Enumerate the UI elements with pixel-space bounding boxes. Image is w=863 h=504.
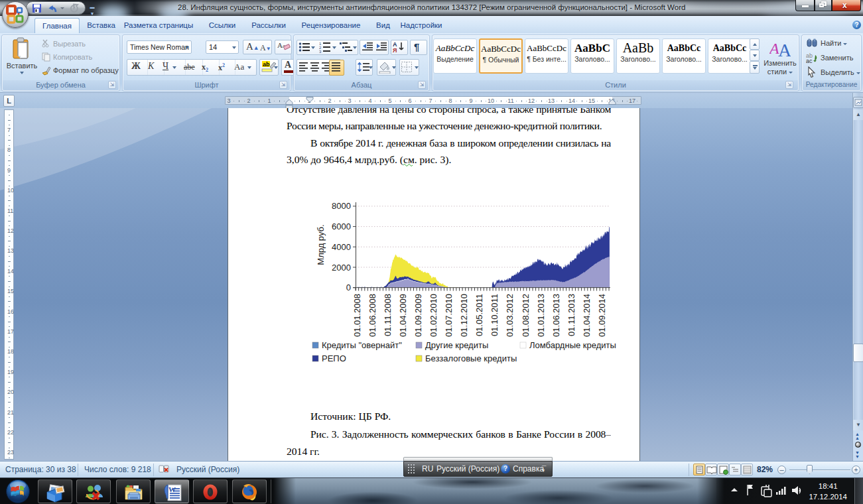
svg-text:W: W bbox=[168, 485, 176, 493]
svg-text:01.09.2009: 01.09.2009 bbox=[413, 294, 423, 337]
svg-text:01.03.2012: 01.03.2012 bbox=[505, 294, 515, 337]
svg-text:01.06.2008: 01.06.2008 bbox=[367, 294, 377, 337]
svg-text:ac: ac bbox=[806, 58, 813, 63]
svg-text:01.04.2009: 01.04.2009 bbox=[398, 294, 408, 337]
svg-text:РЕПО: РЕПО bbox=[322, 353, 346, 363]
svg-text:01.02.2010: 01.02.2010 bbox=[429, 294, 438, 337]
svg-text:ab: ab bbox=[263, 61, 270, 68]
svg-text:4000: 4000 bbox=[332, 242, 351, 252]
svg-text:Другие кредиты: Другие кредиты bbox=[425, 340, 488, 350]
svg-text:01.10.2011: 01.10.2011 bbox=[490, 294, 499, 336]
svg-text:01.04.2014: 01.04.2014 bbox=[582, 294, 592, 337]
svg-text:6000: 6000 bbox=[332, 221, 351, 231]
svg-text:01.09.2014: 01.09.2014 bbox=[597, 294, 607, 337]
svg-text:01.12.2010: 01.12.2010 bbox=[459, 294, 469, 337]
svg-text:Я: Я bbox=[393, 47, 397, 53]
svg-text:01.11.2013: 01.11.2013 bbox=[566, 294, 576, 336]
svg-text:Кредиты "овернайт": Кредиты "овернайт" bbox=[322, 340, 402, 350]
svg-text:01.01.2008: 01.01.2008 bbox=[352, 294, 362, 337]
svg-text:01.07.2010: 01.07.2010 bbox=[444, 294, 454, 337]
svg-text:Млрд руб.: Млрд руб. bbox=[316, 224, 326, 265]
svg-text:2000: 2000 bbox=[332, 263, 351, 273]
svg-text:01.11.2008: 01.11.2008 bbox=[383, 294, 393, 336]
svg-text:01.08.2012: 01.08.2012 bbox=[521, 294, 531, 337]
svg-text:01.05.2011: 01.05.2011 bbox=[474, 294, 484, 336]
svg-text:A: A bbox=[778, 40, 791, 58]
svg-text:Беззалоговые кредиты: Беззалоговые кредиты bbox=[425, 353, 517, 363]
svg-text:Ломбардные кредиты: Ломбардные кредиты bbox=[529, 340, 616, 350]
svg-text:8000: 8000 bbox=[332, 201, 351, 211]
svg-text:0: 0 bbox=[346, 283, 351, 292]
svg-text:01.06.2013: 01.06.2013 bbox=[551, 294, 561, 337]
svg-text:3: 3 bbox=[319, 50, 322, 53]
svg-text:01.01.2013: 01.01.2013 bbox=[536, 294, 546, 337]
